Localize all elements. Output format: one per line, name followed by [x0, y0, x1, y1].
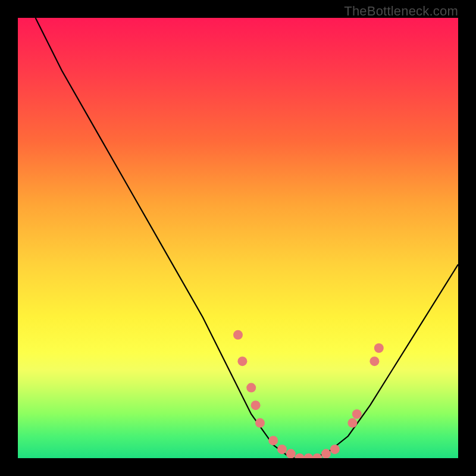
data-point: [312, 453, 322, 458]
curve-layer: [18, 18, 458, 458]
data-point: [369, 356, 379, 366]
data-point: [295, 453, 305, 458]
data-point: [233, 330, 243, 340]
data-point: [303, 453, 313, 458]
bottleneck-curve: [36, 18, 458, 458]
data-point: [347, 418, 357, 428]
data-point: [237, 356, 247, 366]
data-point: [321, 449, 331, 458]
data-points: [233, 330, 384, 458]
watermark-text: TheBottleneck.com: [344, 4, 458, 19]
data-point: [352, 409, 362, 419]
data-point: [246, 383, 256, 393]
chart-frame: TheBottleneck.com: [0, 0, 476, 476]
data-point: [277, 444, 287, 454]
data-point: [268, 436, 278, 445]
plot-area: [18, 18, 458, 458]
data-point: [374, 343, 384, 353]
data-point: [251, 400, 261, 410]
data-point: [255, 418, 265, 428]
data-point: [286, 449, 296, 458]
data-point: [330, 444, 340, 454]
